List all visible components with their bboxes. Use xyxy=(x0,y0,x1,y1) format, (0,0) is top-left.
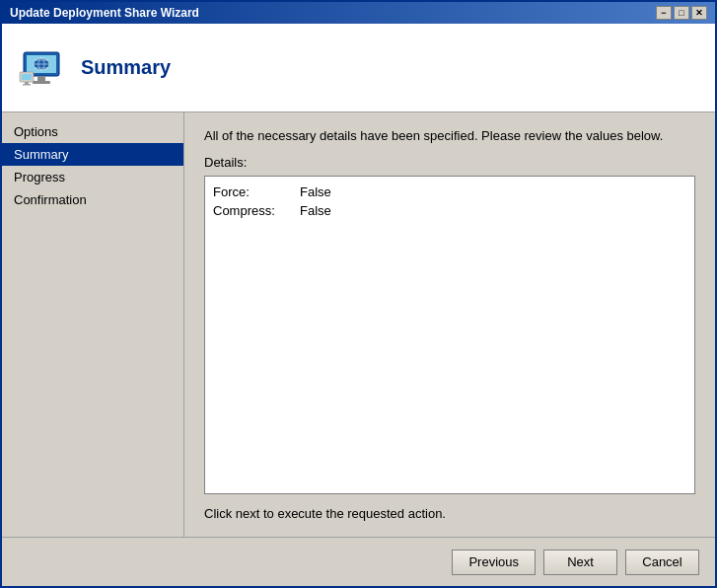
title-bar: Update Deployment Share Wizard − □ ✕ xyxy=(2,2,715,24)
details-box: Force: False Compress: False xyxy=(204,176,695,494)
svg-rect-11 xyxy=(25,82,29,84)
content-area: Options Summary Progress Confirmation Al… xyxy=(2,112,715,537)
header-section: Summary xyxy=(2,24,715,112)
maximize-button[interactable]: □ xyxy=(674,6,689,20)
details-label: Details: xyxy=(204,155,695,170)
sidebar-item-options[interactable]: Options xyxy=(2,120,183,143)
detail-row-compress: Compress: False xyxy=(213,203,686,218)
svg-rect-2 xyxy=(37,76,45,81)
main-content: All of the necessary details have been s… xyxy=(184,112,715,537)
detail-value-compress: False xyxy=(300,203,331,218)
click-next-text: Click next to execute the requested acti… xyxy=(204,506,695,521)
detail-row-force: Force: False xyxy=(213,184,686,199)
next-button[interactable]: Next xyxy=(543,550,617,575)
wizard-icon xyxy=(18,44,65,92)
footer: Previous Next Cancel xyxy=(2,537,715,586)
sidebar: Options Summary Progress Confirmation xyxy=(2,112,184,537)
detail-value-force: False xyxy=(300,184,331,199)
wizard-window: Update Deployment Share Wizard − □ ✕ xyxy=(0,0,717,588)
close-button[interactable]: ✕ xyxy=(691,6,707,20)
detail-key-force: Force: xyxy=(213,184,292,199)
svg-rect-10 xyxy=(22,74,32,80)
title-bar-buttons: − □ ✕ xyxy=(656,6,707,20)
svg-rect-12 xyxy=(23,84,31,86)
minimize-button[interactable]: − xyxy=(656,6,672,20)
sidebar-item-progress[interactable]: Progress xyxy=(2,166,183,188)
sidebar-item-confirmation[interactable]: Confirmation xyxy=(2,188,183,211)
sidebar-item-summary[interactable]: Summary xyxy=(2,143,183,166)
svg-rect-3 xyxy=(33,81,50,84)
cancel-button[interactable]: Cancel xyxy=(625,550,699,575)
detail-key-compress: Compress: xyxy=(213,203,292,218)
window-title: Update Deployment Share Wizard xyxy=(10,6,199,20)
previous-button[interactable]: Previous xyxy=(452,550,536,575)
header-title: Summary xyxy=(81,56,171,79)
intro-text: All of the necessary details have been s… xyxy=(204,128,695,143)
